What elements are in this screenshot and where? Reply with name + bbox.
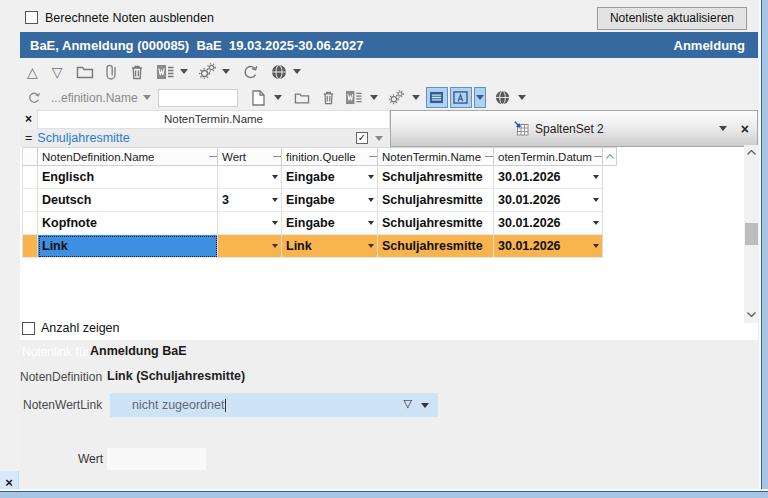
col-header-wert[interactable]: Wert [218,147,282,166]
filter-value-link[interactable]: Schuljahresmitte [37,131,129,145]
wert-input[interactable] [107,448,206,470]
cell-name[interactable]: Kopfnote [38,212,218,235]
cell-datum[interactable]: 30.01.2026 [494,166,603,189]
settings-gears-icon[interactable] [198,63,217,80]
top-bar: Berechnete Noten ausblenden Notenliste a… [20,3,758,32]
cell-datum[interactable]: 30.01.2026 [494,212,603,235]
filter-row: × NotenTermin.Name = Schuljahresmitte ✓ … [20,110,758,147]
cell-termin[interactable]: Schuljahresmitte [378,235,494,258]
globe-small-dropdown-icon[interactable] [518,95,526,100]
notenlink-label: Notenlink für [22,345,89,359]
grid-row-kopfnote[interactable]: Kopfnote Eingabe Schuljahresmitte 30.01.… [22,212,617,235]
settings-small-dropdown-icon[interactable] [412,95,420,100]
anzahl-zeigen-checkbox[interactable] [22,322,35,335]
col-header-notendefinition[interactable]: NotenDefinition.Name [38,147,218,166]
delete-small-icon[interactable] [322,90,335,105]
notenwertlink-combo[interactable]: nicht zugeordnet ▽ [110,393,438,417]
grid-row-englisch[interactable]: Englisch Eingabe Schuljahresmitte 30.01.… [22,166,617,189]
row-selector-header [22,147,38,166]
grid-header-row: NotenDefinition.Name Wert finition.Quell… [22,147,617,166]
globe-small-icon[interactable] [495,90,510,105]
refresh-icon[interactable] [242,64,259,80]
paperclip-icon[interactable] [104,63,118,81]
field-selector[interactable]: ...efinition.Name [51,91,138,105]
grid-row-link-selected[interactable]: Link Link Schuljahresmitte 30.01.2026 [22,235,617,258]
cell-quelle[interactable]: Eingabe [282,189,378,212]
cell-quelle[interactable]: Eingabe [282,212,378,235]
spaltenset-close-icon[interactable]: × [741,121,749,137]
move-up-icon[interactable]: △ [27,64,38,80]
text-cursor [225,399,226,412]
cell-termin[interactable]: Schuljahresmitte [378,212,494,235]
spaltenset-dropdown-icon[interactable] [719,126,727,131]
cell-quelle[interactable]: Eingabe [282,166,378,189]
filter-column-header[interactable]: NotenTermin.Name [37,110,390,129]
search-input[interactable] [158,89,238,107]
grid-scroll-up-button[interactable] [603,147,617,166]
noten-grid: NotenDefinition.Name Wert finition.Quell… [22,147,617,258]
col-header-termin-name[interactable]: NotenTermin.Name [378,147,494,166]
scrollbar-up-icon[interactable] [744,145,759,160]
globe-dropdown-icon[interactable] [293,69,301,74]
berechnete-noten-checkbox[interactable] [25,11,38,24]
move-down-icon[interactable]: ▽ [52,64,63,80]
grid-row-deutsch[interactable]: Deutsch 3 Eingabe Schuljahresmitte 30.01… [22,189,617,212]
settings-dropdown-icon[interactable] [222,69,230,74]
filter-active-checkbox[interactable]: ✓ [356,132,368,144]
word-export-small-dropdown-icon[interactable] [370,95,378,100]
cell-name[interactable]: Deutsch [38,189,218,212]
spaltenset-grid-icon [514,121,529,136]
cell-name[interactable]: Englisch [38,166,218,189]
list-view-button[interactable] [426,87,448,108]
cell-termin[interactable]: Schuljahresmitte [378,189,494,212]
view-dropdown-button[interactable] [474,87,486,108]
cell-dropdown-icon [272,221,278,225]
scrollbar-down-icon[interactable] [744,307,759,322]
settings-gears-small-icon[interactable] [388,90,405,105]
cell-wert[interactable] [218,166,282,189]
cell-wert[interactable]: 3 [218,189,282,212]
open-folder-icon[interactable] [76,64,94,80]
new-record-icon[interactable] [252,90,265,106]
spaltenset-bar[interactable]: SpaltenSet 2 × [390,110,758,147]
app-window: × Berechnete Noten ausblenden Notenliste… [0,0,768,498]
vertical-scrollbar[interactable] [744,145,759,323]
record-title: BaE, Anmeldung (000085) BaE 19.03.2025-3… [30,38,363,53]
scrollbar-thumb[interactable] [745,223,758,245]
cell-datum[interactable]: 30.01.2026 [494,189,603,212]
cell-wert[interactable] [218,235,282,258]
detail-form: Notenlink für Anmeldung BaE NotenDefinit… [20,340,758,488]
word-export-dropdown-icon[interactable] [180,69,188,74]
cell-dropdown-icon [593,198,599,202]
row-selector[interactable] [22,166,38,189]
cell-wert[interactable] [218,212,282,235]
notenliste-aktualisieren-button[interactable]: Notenliste aktualisieren [597,7,747,30]
notenwertlink-dropdown-icon[interactable] [421,403,429,408]
form-view-button[interactable] [450,87,472,108]
notenwertlink-open-triangle-icon[interactable]: ▽ [404,397,412,410]
col-header-termin-datum[interactable]: otenTermin.Datum [494,147,603,166]
cell-name[interactable]: Link [38,235,218,258]
filter-close-icon[interactable]: × [20,110,37,129]
word-export-small-icon[interactable] [345,90,363,105]
row-selector[interactable] [22,189,38,212]
cell-datum[interactable]: 30.01.2026 [494,235,603,258]
main-toolbar: △ ▽ [20,59,758,84]
secondary-toolbar: ...efinition.Name [20,85,758,110]
col-header-quelle[interactable]: finition.Quelle [282,147,378,166]
row-selector[interactable] [22,235,38,258]
cell-termin[interactable]: Schuljahresmitte [378,166,494,189]
refresh-small-icon[interactable] [27,91,41,105]
close-pane-icon[interactable]: × [5,476,13,490]
window-right-border [761,0,768,498]
delete-icon[interactable] [130,64,144,80]
field-selector-dropdown-icon[interactable] [143,95,151,100]
row-selector[interactable] [22,212,38,235]
filter-operator: = [25,131,32,145]
cell-quelle[interactable]: Link [282,235,378,258]
filter-dropdown-icon[interactable] [375,136,383,141]
open-folder-small-icon[interactable] [294,91,310,105]
word-export-icon[interactable] [156,64,175,80]
new-record-dropdown-icon[interactable] [274,95,282,100]
globe-icon[interactable] [271,64,287,80]
